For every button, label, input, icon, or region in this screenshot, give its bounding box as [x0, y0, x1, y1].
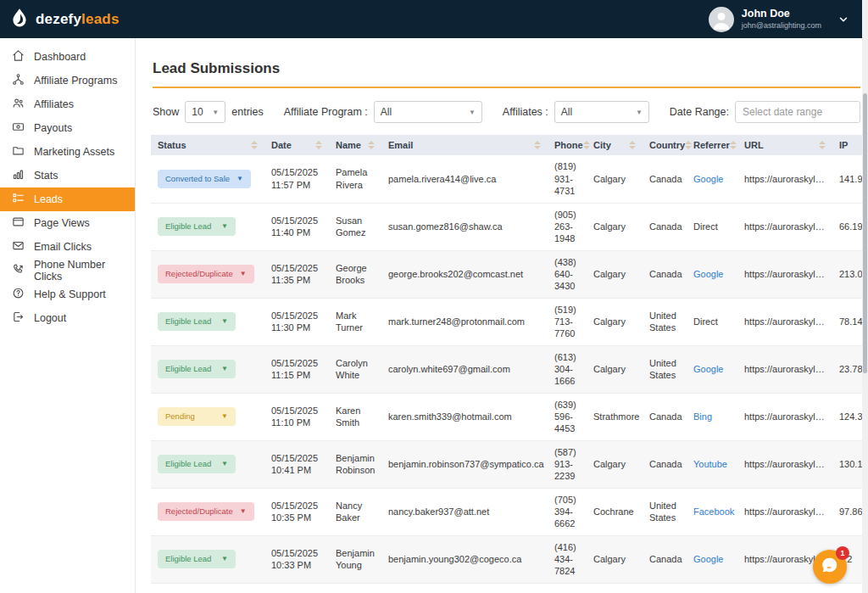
sidebar-item-label: Dashboard [34, 51, 86, 63]
sort-icon[interactable] [368, 141, 375, 149]
sidebar-item-stats[interactable]: Stats [0, 164, 135, 187]
brand-logo[interactable]: dezefyleads [8, 7, 120, 32]
sort-icon[interactable] [730, 141, 737, 149]
sidebar-item-label: Email Clicks [34, 241, 92, 253]
referrer-link[interactable]: Google [693, 269, 723, 279]
chat-widget-button[interactable]: 1 [813, 550, 847, 584]
caret-down-icon: ▼ [636, 109, 643, 116]
column-header-status[interactable]: Status [151, 135, 264, 155]
top-bar: dezefyleads John Doe john@astralighting.… [0, 0, 868, 38]
column-header-url[interactable]: URL [737, 135, 832, 155]
column-header-phone[interactable]: Phone [548, 135, 587, 155]
caret-down-icon: ▼ [221, 460, 228, 468]
sort-icon[interactable] [685, 141, 692, 149]
sort-icon[interactable] [819, 141, 826, 149]
status-cell: Eligible Lead▼ [151, 298, 264, 345]
column-header-email[interactable]: Email [381, 135, 548, 155]
status-label: Eligible Lead [165, 316, 211, 327]
email-cell: benjamin.young302@cogeco.ca [381, 535, 548, 583]
city-cell: Calgary [587, 203, 643, 250]
column-header-city[interactable]: City [587, 135, 643, 155]
scrollbar-thumb[interactable] [863, 93, 867, 373]
column-header-date[interactable]: Date [264, 135, 329, 155]
sort-icon[interactable] [629, 141, 636, 149]
city-cell: Calgary [587, 535, 643, 583]
caret-down-icon: ▼ [221, 365, 228, 373]
referrer-link[interactable]: Facebook [693, 506, 734, 517]
sidebar-item-page-views[interactable]: Page Views [0, 211, 135, 235]
sidebar-item-help-support[interactable]: Help & Support [0, 283, 135, 306]
status-badge[interactable]: Converted to Sale▼ [158, 170, 251, 188]
sort-icon[interactable] [315, 141, 322, 149]
affiliates-select[interactable]: All ▼ [554, 101, 649, 123]
chat-bubble-icon [821, 556, 839, 578]
date-cell: 05/15/2025 11:30 PM [264, 298, 329, 345]
hierarchy-icon [12, 73, 25, 88]
date-range-input[interactable] [735, 101, 860, 123]
name-cell: Mark Turner [329, 298, 381, 345]
sidebar-item-affiliate-programs[interactable]: Affiliate Programs [0, 69, 135, 92]
table-controls: Show 10 ▼ entries Affiliate Program : Al… [136, 101, 868, 123]
affiliate-program-select[interactable]: All ▼ [374, 101, 482, 123]
status-badge[interactable]: Eligible Lead▼ [158, 360, 236, 378]
chevron-down-icon[interactable] [837, 14, 849, 25]
affiliate-program-value: All [381, 106, 392, 118]
status-badge[interactable]: Rejected/Duplicate▼ [158, 502, 254, 521]
sidebar-item-payouts[interactable]: Payouts [0, 116, 135, 140]
referrer-link[interactable]: Google [693, 554, 723, 564]
caret-down-icon: ▼ [236, 175, 243, 183]
sort-icon[interactable] [251, 141, 258, 149]
sidebar-item-affiliates[interactable]: Affiliates [0, 92, 135, 116]
table-row: Pending▼05/15/2025 11:10 PMKaren Smithka… [151, 393, 868, 440]
sidebar-item-phone-number-clicks[interactable]: Phone Number Clicks [0, 259, 135, 283]
bar-chart-icon [12, 168, 25, 183]
url-cell: https://auroraskylighti... [737, 155, 832, 203]
user-menu[interactable]: John Doe john@astralighting.com [709, 7, 849, 32]
phone-cell: (613) 304-1666 [548, 345, 587, 393]
avatar [709, 7, 734, 32]
table-row: Rejected/Duplicate▼05/15/2025 11:35 PMGe… [151, 250, 868, 298]
status-badge[interactable]: Eligible Lead▼ [158, 217, 236, 236]
country-cell: Canada [643, 393, 687, 440]
status-badge[interactable]: Eligible Lead▼ [158, 312, 236, 331]
status-badge[interactable]: Rejected/Duplicate▼ [158, 265, 254, 283]
status-label: Converted to Sale [165, 174, 230, 184]
status-cell: Eligible Lead▼ [151, 440, 264, 488]
status-badge[interactable]: Pending▼ [158, 407, 236, 426]
name-cell: Benjamin Young [329, 535, 381, 583]
column-header-name[interactable]: Name [329, 135, 381, 155]
phone-cell: (587) 913-2239 [548, 440, 587, 488]
status-badge[interactable]: Eligible Lead▼ [158, 455, 236, 473]
table-row: Converted to Sale▼05/15/2025 11:57 PMPam… [151, 155, 868, 203]
sidebar-item-leads[interactable]: Leads [0, 187, 135, 211]
main-content: Lead Submissions Show 10 ▼ entries Affil… [136, 38, 868, 593]
column-header-referrer[interactable]: Referrer [687, 135, 737, 155]
sidebar-item-marketing-assets[interactable]: Marketing Assets [0, 140, 135, 164]
status-badge[interactable]: Eligible Lead▼ [158, 550, 236, 568]
sidebar-item-email-clicks[interactable]: Email Clicks [0, 235, 135, 259]
sort-icon[interactable] [583, 141, 590, 149]
country-cell: United States [643, 488, 687, 535]
column-label: City [593, 140, 611, 150]
referrer-link[interactable]: Bing [693, 411, 712, 422]
sidebar-item-logout[interactable]: Logout [0, 306, 135, 330]
url-cell: https://auroraskylighti... [737, 250, 832, 298]
sidebar-item-dashboard[interactable]: Dashboard [0, 45, 135, 69]
column-header-country[interactable]: Country [643, 135, 687, 155]
email-cell: george.brooks202@comcast.net [381, 250, 548, 298]
sort-icon[interactable] [534, 141, 541, 149]
caret-down-icon: ▼ [212, 109, 219, 116]
date-cell: 05/15/2025 11:57 PM [264, 155, 329, 203]
name-cell: Karen Smith [329, 393, 381, 440]
status-cell: Eligible Lead▼ [151, 535, 264, 583]
folder-icon [12, 144, 25, 159]
referrer-link[interactable]: Google [693, 174, 723, 184]
date-cell: 05/15/2025 10:41 PM [264, 440, 329, 488]
page-size-select[interactable]: 10 ▼ [185, 101, 225, 123]
phone-cell: (705) 394-6662 [548, 488, 587, 535]
referrer-cell: Direct [687, 203, 737, 250]
sidebar-item-label: Help & Support [34, 288, 106, 300]
referrer-link[interactable]: Youtube [693, 459, 727, 469]
email-cell: carolyn.white697@gmail.com [381, 345, 548, 393]
referrer-link[interactable]: Google [693, 364, 723, 374]
